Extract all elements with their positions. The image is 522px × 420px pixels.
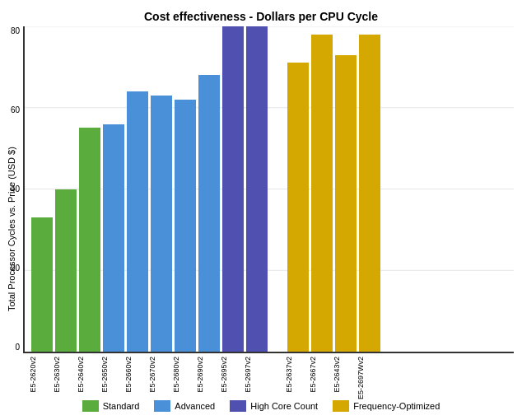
bar-E5-2690v2: [198, 75, 220, 352]
x-label-E5-2690v2: E5-2690v2: [197, 357, 218, 393]
bar-E5-2697v2: [246, 26, 268, 352]
y-tick-0: 0: [0, 343, 20, 352]
chart-area: Total Processor Cycles vs. Price (USD $)…: [0, 26, 522, 399]
y-tick-labels: 0 20 40 60 80: [0, 26, 20, 352]
bar-E5-2697Wv2: [359, 35, 380, 352]
x-label-E5-2680v2: E5-2680v2: [173, 357, 194, 393]
legend-swatch: [230, 400, 246, 412]
x-label-E5-2697Wv2: E5-2697Wv2: [357, 357, 379, 399]
x-label-E5-2667v2: E5-2667v2: [310, 357, 331, 393]
y-tick-40: 40: [0, 184, 20, 194]
legend-swatch: [154, 400, 170, 412]
bar-E5-2640v2: [79, 128, 100, 352]
legend-swatch: [82, 400, 99, 412]
legend-item-high-core-count: High Core Count: [230, 400, 318, 412]
bar-E5-2637v2: [287, 63, 309, 352]
y-tick-80: 80: [0, 26, 20, 35]
bar-E5-2620v2: [31, 217, 53, 352]
x-label-E5-2660v2: E5-2660v2: [125, 357, 147, 393]
bar-E5-2660v2: [127, 91, 148, 352]
x-label-E5-2637v2: E5-2637v2: [286, 357, 307, 393]
legend-label: Frequency-Optimized: [353, 401, 440, 411]
plot-area: 0 20 40 60 80: [23, 26, 514, 353]
bar-E5-2667v2: [311, 35, 333, 352]
x-label-E5-2695v2: E5-2695v2: [221, 357, 242, 393]
x-label-E5-2670v2: E5-2670v2: [149, 357, 170, 393]
bars-container: [25, 26, 514, 352]
bar-E5-2650v2: [103, 124, 124, 352]
legend-label: Standard: [103, 401, 140, 411]
chart-title: Cost effectiveness - Dollars per CPU Cyc…: [144, 10, 378, 23]
legend-label: High Core Count: [250, 401, 318, 411]
bar-E5-2695v2: [222, 26, 244, 352]
x-label-E5-2697v2: E5-2697v2: [245, 357, 266, 393]
legend-item-frequency-optimized: Frequency-Optimized: [333, 400, 440, 412]
bar-E5-2630v2: [55, 189, 77, 352]
legend: StandardAdvancedHigh Core CountFrequency…: [82, 400, 440, 412]
bar-E5-2680v2: [175, 100, 196, 352]
x-labels: E5-2620v2E5-2630v2E5-2640v2E5-2650v2E5-2…: [23, 353, 514, 399]
legend-item-standard: Standard: [82, 400, 140, 412]
x-label-E5-2620v2: E5-2620v2: [30, 357, 51, 393]
x-label-E5-2640v2: E5-2640v2: [77, 357, 99, 393]
legend-item-advanced: Advanced: [154, 400, 215, 412]
chart-container: Cost effectiveness - Dollars per CPU Cyc…: [0, 0, 522, 420]
x-label-E5-2630v2: E5-2630v2: [54, 357, 75, 393]
y-tick-60: 60: [0, 105, 20, 114]
legend-swatch: [333, 400, 349, 412]
bar-E5-2643v2: [335, 55, 357, 352]
bar-E5-2670v2: [151, 96, 172, 352]
y-tick-20: 20: [0, 264, 20, 273]
chart-inner: 0 20 40 60 80 E5-2620v2E5-2630v2E5-2640v…: [23, 26, 522, 399]
legend-label: Advanced: [175, 401, 215, 411]
x-label-E5-2643v2: E5-2643v2: [333, 357, 355, 393]
x-label-E5-2650v2: E5-2650v2: [101, 357, 123, 393]
